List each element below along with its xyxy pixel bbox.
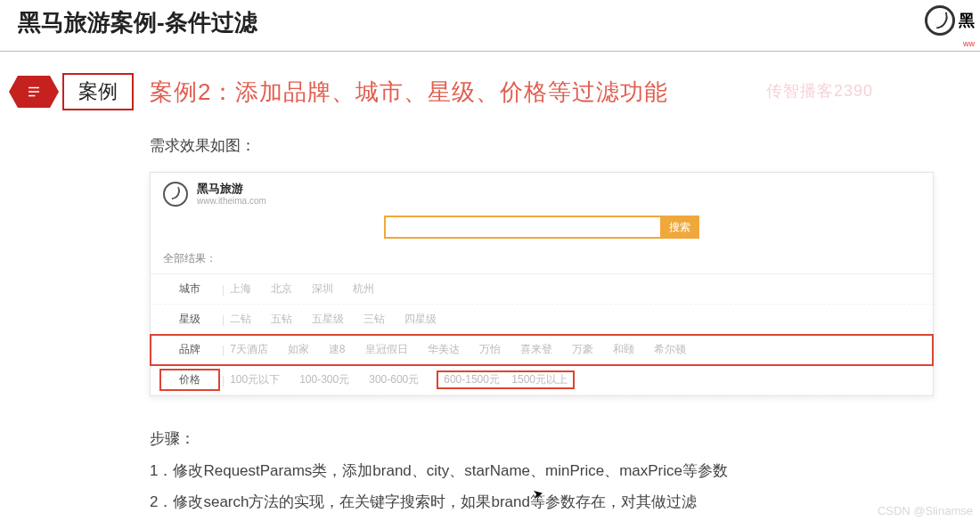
filter-table: 城市| 上海 北京 深圳 杭州 星级| 二钻 五钻 五星级 三钻 xyxy=(151,273,933,395)
filter-option[interactable]: 如家 xyxy=(288,342,309,357)
filter-row-star: 星级| 二钻 五钻 五星级 三钻 四星级 xyxy=(151,305,933,335)
filter-row-brand: 品牌| 7天酒店 如家 速8 皇冠假日 华美达 万怡 喜来登 万豪 和颐 希尔顿 xyxy=(151,335,933,365)
watermark-top-right: 传智播客2390 xyxy=(766,80,873,102)
filter-option[interactable]: 皇冠假日 xyxy=(365,342,408,357)
demo-brand-url: www.itheima.com xyxy=(197,196,266,206)
filter-option[interactable]: 万豪 xyxy=(572,342,593,357)
filter-option[interactable]: 杭州 xyxy=(353,281,374,297)
filter-option[interactable]: 华美达 xyxy=(428,342,460,357)
filter-option[interactable]: 上海 xyxy=(230,281,251,297)
filter-option[interactable]: 五星级 xyxy=(312,312,344,327)
corner-logo-text: 黑 xyxy=(959,10,975,31)
filter-option[interactable]: 7天酒店 xyxy=(230,342,268,357)
need-label: 需求效果如图： xyxy=(150,135,962,156)
filter-row-price: 价格| 100元以下 100-300元 300-600元 600-1500元 1… xyxy=(151,365,933,395)
filter-option[interactable]: 600-1500元 xyxy=(444,373,500,386)
page-title: 黑马旅游案例-条件过滤 xyxy=(0,0,980,52)
search-input[interactable] xyxy=(384,216,660,239)
case-badge: 案例 xyxy=(18,73,134,110)
filter-label-city: 城市 xyxy=(163,281,216,297)
demo-screenshot: 黑马旅游 www.itheima.com 搜索 全部结果： 城市| 上海 北京 … xyxy=(150,172,934,396)
filter-option[interactable]: 深圳 xyxy=(312,281,333,297)
badge-label: 案例 xyxy=(62,73,134,110)
filter-option[interactable]: 北京 xyxy=(271,281,292,297)
filter-label-price: 价格 xyxy=(163,372,216,387)
filter-label-star: 星级 xyxy=(163,312,216,327)
demo-logo-icon xyxy=(163,182,188,207)
filter-option[interactable]: 300-600元 xyxy=(369,372,419,387)
horse-ring-icon xyxy=(925,5,955,36)
filter-option[interactable]: 希尔顿 xyxy=(654,342,686,357)
svg-rect-1 xyxy=(29,91,39,93)
demo-brand-name: 黑马旅游 xyxy=(197,183,266,195)
filter-option[interactable]: 三钻 xyxy=(363,312,385,327)
filter-option[interactable]: 100-300元 xyxy=(299,372,349,387)
step-2: 2．修改search方法的实现，在关键字搜索时，如果brand等参数存在，对其做… xyxy=(150,486,962,518)
filter-option[interactable]: 五钻 xyxy=(271,312,292,327)
hex-icon xyxy=(18,76,50,108)
filter-option[interactable]: 1500元以上 xyxy=(511,373,568,386)
steps-title: 步骤： xyxy=(150,423,962,455)
filter-option[interactable]: 速8 xyxy=(329,342,346,357)
svg-rect-0 xyxy=(29,87,39,89)
filter-row-city: 城市| 上海 北京 深圳 杭州 xyxy=(151,274,933,305)
filter-option[interactable]: 和颐 xyxy=(613,342,634,357)
corner-logo: 黑 ww xyxy=(925,5,975,36)
step-1: 1．修改RequestParams类，添加brand、city、starName… xyxy=(150,455,962,487)
cursor-icon: ➤ xyxy=(532,485,545,501)
filter-label-brand: 品牌 xyxy=(163,342,216,357)
watermark-bottom-right: CSDN @Slinamse xyxy=(878,504,973,517)
filter-option[interactable]: 二钻 xyxy=(230,312,251,327)
filter-option[interactable]: 四星级 xyxy=(404,312,437,327)
filter-option[interactable]: 100元以下 xyxy=(230,372,280,387)
corner-logo-sub: ww xyxy=(963,39,975,48)
svg-rect-2 xyxy=(29,95,36,97)
search-button[interactable]: 搜索 xyxy=(660,216,699,239)
filter-option[interactable]: 万怡 xyxy=(479,342,501,357)
filter-option[interactable]: 喜来登 xyxy=(520,342,552,357)
list-icon xyxy=(26,84,42,100)
case-title: 案例2：添加品牌、城市、星级、价格等过滤功能 xyxy=(150,77,668,108)
all-results-label: 全部结果： xyxy=(151,248,933,273)
